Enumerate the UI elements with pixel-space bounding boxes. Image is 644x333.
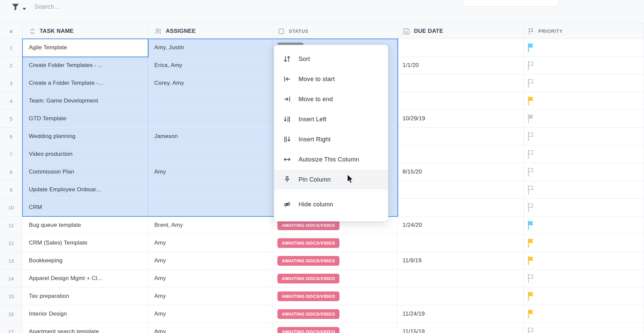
column-header-assignee[interactable]: ASSIGNEE [148,24,272,39]
assignee-cell[interactable]: Amy [148,270,272,287]
row-number[interactable]: 12 [0,234,22,252]
column-header-task-name[interactable]: TASK NAME [22,24,148,39]
priority-cell[interactable] [524,181,644,199]
chevron-down-icon[interactable] [22,6,26,9]
task-name-cell[interactable]: GTD Template [22,110,148,128]
priority-cell[interactable] [524,270,644,287]
priority-cell[interactable] [524,74,644,92]
status-cell[interactable]: AWAITING DOCS/VIDEO [272,287,397,305]
assignee-cell[interactable] [148,92,272,110]
assignee-cell[interactable]: Corey, Amy [148,74,272,92]
due-date-cell[interactable] [397,181,524,199]
row-number[interactable]: 15 [0,287,22,305]
priority-cell[interactable] [524,57,644,74]
priority-cell[interactable] [524,287,644,305]
task-name-cell[interactable]: CRM [22,199,148,216]
search-input[interactable]: Search... [34,3,60,10]
priority-cell[interactable] [524,145,644,163]
status-cell[interactable]: AWAITING DOCS/VIDEO [272,252,397,270]
due-date-cell[interactable] [397,270,524,287]
row-number[interactable]: 14 [0,270,22,287]
due-date-cell[interactable]: 11/9/19 [397,252,524,270]
menu-item-insert-right[interactable]: Insert Right [274,129,388,149]
task-name-cell[interactable]: Bug queue template [22,216,148,234]
task-name-cell[interactable]: Interior Design [22,305,148,323]
status-cell[interactable]: AWAITING DOCS/VIDEO [272,323,397,333]
menu-item-insert-left[interactable]: Insert Left [274,109,388,129]
priority-cell[interactable] [524,163,644,181]
row-number[interactable]: 17 [0,323,22,333]
row-number[interactable]: 7 [0,145,22,163]
task-name-cell[interactable]: Apparel Design Mgmt + Cl... [22,270,148,287]
row-number[interactable]: 10 [0,199,22,216]
assignee-cell[interactable]: Amy [148,234,272,252]
row-number[interactable]: 6 [0,128,22,145]
task-name-cell[interactable]: Create Folder Templates - ... [22,57,148,74]
task-name-cell[interactable]: Commission Plan [22,163,148,181]
menu-item-sort[interactable]: Sort [274,49,388,69]
row-number[interactable]: 1 [0,39,22,57]
row-number[interactable]: 4 [0,92,22,110]
priority-cell[interactable] [524,39,644,57]
row-number[interactable]: 5 [0,110,22,128]
menu-item-hide-column[interactable]: Hide column [274,194,388,214]
assignee-cell[interactable]: Amy [148,323,272,333]
due-date-cell[interactable] [397,287,524,305]
priority-cell[interactable] [524,252,644,270]
assignee-cell[interactable]: Amy [148,287,272,305]
due-date-cell[interactable] [397,39,524,57]
status-cell[interactable]: AWAITING DOCS/VIDEO [272,270,397,287]
column-header-priority[interactable]: PRIORITY [524,24,644,39]
task-name-cell[interactable]: Tax preparation [22,287,148,305]
row-number[interactable]: 13 [0,252,22,270]
assignee-cell[interactable]: Jameson [148,128,272,145]
task-name-cell[interactable]: CRM (Sales) Template [22,234,148,252]
task-name-cell[interactable]: Apartment search template [22,323,148,333]
row-number[interactable]: 9 [0,181,22,199]
filter-button[interactable] [11,3,20,11]
assignee-cell[interactable] [148,110,272,128]
assignee-cell[interactable]: Amy [148,252,272,270]
assignee-cell[interactable]: Amy, Justin [148,39,272,57]
menu-item-move-to-end[interactable]: Move to end [274,89,388,109]
due-date-cell[interactable]: 11/24/19 [397,305,524,323]
status-cell[interactable]: AWAITING DOCS/VIDEO [272,305,397,323]
priority-cell[interactable] [524,92,644,110]
due-date-cell[interactable] [397,199,524,216]
task-name-cell[interactable]: Team: Game Development [22,92,148,110]
task-name-cell[interactable]: Create a Folder Template -... [22,74,148,92]
assignee-cell[interactable] [148,199,272,216]
row-number[interactable]: 2 [0,57,22,74]
due-date-cell[interactable] [397,92,524,110]
assignee-cell[interactable]: Amy [148,305,272,323]
priority-cell[interactable] [524,323,644,333]
row-number[interactable]: 8 [0,163,22,181]
due-date-cell[interactable]: 11/15/19 [397,323,524,333]
due-date-cell[interactable] [397,128,524,145]
due-date-cell[interactable]: 10/29/19 [397,110,524,128]
menu-item-move-to-start[interactable]: Move to start [274,69,388,89]
due-date-cell[interactable]: 1/1/20 [397,57,524,74]
menu-item-autosize-this-column[interactable]: Autosize This Column [274,149,388,170]
assignee-cell[interactable]: Brent, Amy [148,216,272,234]
priority-cell[interactable] [524,128,644,145]
priority-cell[interactable] [524,199,644,216]
row-number[interactable]: 11 [0,216,22,234]
priority-cell[interactable] [524,216,644,234]
task-name-cell[interactable]: Video production [22,145,148,163]
row-number[interactable]: 16 [0,305,22,323]
due-date-cell[interactable]: 1/24/20 [397,216,524,234]
due-date-cell[interactable] [397,74,524,92]
assignee-cell[interactable]: Erica, Amy [148,57,272,74]
column-header-number[interactable]: # [0,24,22,39]
due-date-cell[interactable] [397,234,524,252]
priority-cell[interactable] [524,110,644,128]
due-date-cell[interactable] [397,145,524,163]
column-header-status[interactable]: STATUS [272,24,397,39]
assignee-cell[interactable]: Amy [148,163,272,181]
column-header-due-date[interactable]: 31 DUE DATE [397,24,524,39]
task-name-cell[interactable]: Bookkeeping [22,252,148,270]
priority-cell[interactable] [524,305,644,323]
task-name-cell[interactable]: Update Employee Onboar... [22,181,148,199]
due-date-cell[interactable]: 8/15/20 [397,163,524,181]
